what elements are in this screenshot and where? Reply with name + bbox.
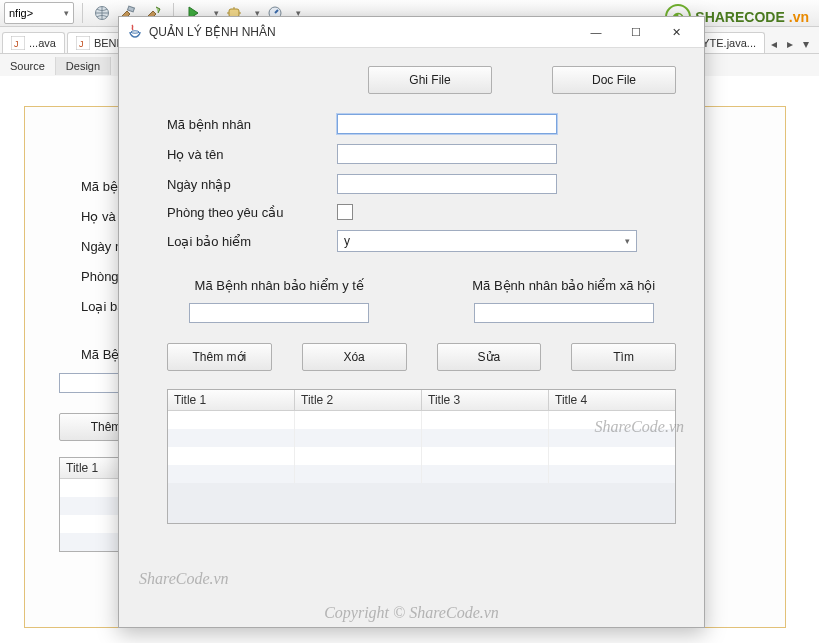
copyright: Copyright © ShareCode.vn xyxy=(119,604,704,622)
table-header-row: Title 1 Title 2 Title 3 Title 4 xyxy=(168,390,675,411)
combo-value: y xyxy=(344,234,350,248)
ghi-file-label: Ghi File xyxy=(409,73,450,87)
java-file-icon: J xyxy=(76,36,90,50)
table-row[interactable] xyxy=(168,465,675,483)
table-header[interactable]: Title 4 xyxy=(549,390,675,411)
phong-yeu-cau-checkbox[interactable] xyxy=(337,204,353,220)
ma-bhxh-input[interactable] xyxy=(474,303,654,323)
sua-button[interactable]: Sửa xyxy=(437,343,542,371)
java-app-icon xyxy=(127,23,143,42)
sub-label-xahoi: Mã Bệnh nhân bảo hiểm xã hội xyxy=(472,278,655,293)
ma-bhy-te-input[interactable] xyxy=(189,303,369,323)
label-ma: Mã bệnh nhân xyxy=(167,117,337,132)
chevron-down-icon: ▾ xyxy=(625,236,630,246)
globe-icon[interactable] xyxy=(91,2,113,24)
logo-brand: SHARECODE xyxy=(695,9,784,25)
label-phong: Phòng theo yêu cầu xyxy=(167,205,337,220)
table-header[interactable]: Title 1 xyxy=(168,390,295,411)
sua-label: Sửa xyxy=(478,350,501,364)
java-file-icon: J xyxy=(11,36,25,50)
tab-design[interactable]: Design xyxy=(56,57,111,75)
xoa-label: Xóa xyxy=(343,350,364,364)
svg-text:J: J xyxy=(14,39,19,49)
patient-table[interactable]: Title 1 Title 2 Title 3 Title 4 xyxy=(167,389,676,524)
minimize-button[interactable]: — xyxy=(576,18,616,46)
tab-source[interactable]: Source xyxy=(0,57,56,75)
tab-list-dropdown-icon[interactable]: ▾ xyxy=(799,35,813,53)
loai-bao-hiem-combo[interactable]: y ▾ xyxy=(337,230,637,252)
sub-label-yte: Mã Bệnh nhân bảo hiểm y tế xyxy=(195,278,364,293)
tab-scroll-right-icon[interactable]: ▸ xyxy=(783,35,797,53)
window-title: QUẢN LÝ BỆNH NHÂN xyxy=(149,25,576,39)
xoa-button[interactable]: Xóa xyxy=(302,343,407,371)
label-ngay: Ngày nhập xyxy=(167,177,337,192)
table-empty-area xyxy=(168,483,675,523)
svg-text:J: J xyxy=(79,39,84,49)
chevron-down-icon: ▾ xyxy=(64,8,69,18)
bg-add-label: Thêm xyxy=(91,420,122,434)
close-button[interactable]: ✕ xyxy=(656,18,696,46)
ho-va-ten-input[interactable] xyxy=(337,144,557,164)
dialog-body: Ghi File Doc File Mã bệnh nhân Họ và tên… xyxy=(119,48,704,628)
tim-button[interactable]: Tìm xyxy=(571,343,676,371)
table-row[interactable] xyxy=(168,411,675,429)
watermark: ShareCode.vn xyxy=(139,570,229,588)
config-combo[interactable]: nfig> ▾ xyxy=(4,2,74,24)
table-header[interactable]: Title 3 xyxy=(422,390,549,411)
ma-benh-nhan-input[interactable] xyxy=(337,114,557,134)
patient-management-window: QUẢN LÝ BỆNH NHÂN — ☐ ✕ Ghi File Doc Fil… xyxy=(118,16,705,628)
svg-point-13 xyxy=(131,30,139,32)
doc-file-button[interactable]: Doc File xyxy=(552,66,676,94)
them-moi-label: Thêm mới xyxy=(193,350,247,364)
maximize-button[interactable]: ☐ xyxy=(616,18,656,46)
svg-rect-1 xyxy=(127,6,134,12)
tim-label: Tìm xyxy=(613,350,634,364)
file-tab[interactable]: J ...ava xyxy=(2,32,65,53)
separator xyxy=(82,3,83,23)
label-ho: Họ và tên xyxy=(167,147,337,162)
them-moi-button[interactable]: Thêm mới xyxy=(167,343,272,371)
ngay-nhap-input[interactable] xyxy=(337,174,557,194)
label-loai: Loại bảo hiểm xyxy=(167,234,337,249)
logo-tld: .vn xyxy=(789,9,809,25)
ghi-file-button[interactable]: Ghi File xyxy=(368,66,492,94)
table-row[interactable] xyxy=(168,429,675,447)
tab-scroll-left-icon[interactable]: ◂ xyxy=(767,35,781,53)
table-row[interactable] xyxy=(168,447,675,465)
doc-file-label: Doc File xyxy=(592,73,636,87)
file-tab-label: ...ava xyxy=(29,37,56,49)
table-header[interactable]: Title 2 xyxy=(295,390,422,411)
config-label: nfig> xyxy=(9,7,33,19)
tab-scroll-arrows: ◂ ▸ ▾ xyxy=(767,35,817,53)
titlebar[interactable]: QUẢN LÝ BỆNH NHÂN — ☐ ✕ xyxy=(119,17,704,48)
